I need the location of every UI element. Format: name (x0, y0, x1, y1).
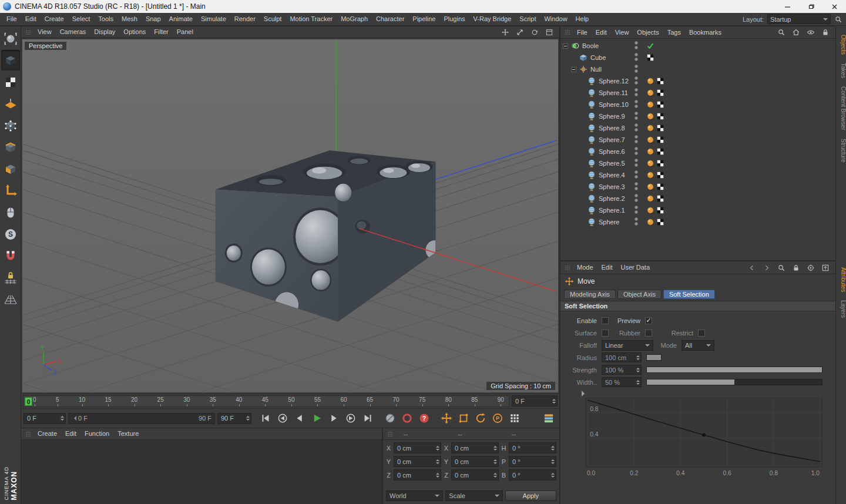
anim-record-position[interactable] (438, 411, 455, 426)
visibility-dots[interactable] (634, 159, 638, 167)
tab-modeling-axis[interactable]: Modeling Axis (564, 290, 616, 299)
spinner-arrows-icon[interactable] (634, 354, 640, 362)
spinner-arrows-icon[interactable] (491, 444, 497, 452)
anim-record-parameter[interactable]: P (489, 411, 506, 426)
anim-record-pla[interactable] (506, 411, 523, 426)
palette-snap-settings[interactable]: S (1, 224, 20, 244)
side-tab-attributes[interactable]: Attributes (836, 263, 846, 296)
preview-checkbox[interactable]: ✓ (645, 317, 652, 324)
enable-checkbox[interactable]: ✓ (602, 317, 609, 324)
panel-handle-icon[interactable] (564, 29, 571, 36)
material-menu-create[interactable]: Create (33, 428, 61, 439)
tab-object-axis[interactable]: Object Axis (617, 290, 662, 299)
palette-edges-mode[interactable] (1, 137, 20, 157)
menu-window[interactable]: Window (540, 13, 571, 25)
am-menu-user-data[interactable]: User Data (617, 262, 654, 273)
phong-tag[interactable] (646, 136, 654, 144)
material-menu-texture[interactable]: Texture (113, 428, 143, 439)
om-menu-tags[interactable]: Tags (663, 27, 685, 38)
object-row-sphere-9[interactable]: Sphere.9 (560, 110, 835, 122)
transport-next-frame[interactable] (325, 411, 342, 426)
object-row-sphere-10[interactable]: Sphere.10 (560, 99, 835, 110)
menu-pipeline[interactable]: Pipeline (408, 13, 439, 25)
am-detach[interactable] (819, 263, 832, 273)
texture-tag[interactable] (646, 53, 654, 62)
visibility-dots[interactable] (634, 135, 638, 143)
coordinate-space-select[interactable]: World (386, 490, 443, 501)
om-menu-edit[interactable]: Edit (592, 27, 611, 38)
expander-icon[interactable] (563, 43, 568, 49)
maximize-button[interactable] (799, 0, 822, 13)
menu-simulate[interactable]: Simulate (197, 13, 230, 25)
visibility-dots[interactable] (634, 182, 638, 190)
menu-select[interactable]: Select (68, 13, 95, 25)
falloff-curve[interactable]: 0.00.20.40.60.81.00.80.4 (585, 398, 822, 478)
coord-header-[interactable]: -- (395, 431, 449, 438)
visibility-dots[interactable] (634, 147, 638, 155)
om-menu-bookmarks[interactable]: Bookmarks (685, 27, 726, 38)
menu-render[interactable]: Render (230, 13, 260, 25)
side-tab-content-browser[interactable]: Content Browser (836, 82, 846, 134)
spinner-arrows-icon[interactable] (634, 378, 640, 387)
visibility-dots[interactable] (634, 65, 638, 73)
close-button[interactable] (822, 0, 846, 13)
visibility-dots[interactable] (634, 41, 638, 49)
om-menu-file[interactable]: File (573, 27, 592, 38)
material-menu-edit[interactable]: Edit (61, 428, 80, 439)
visibility-dots[interactable] (634, 76, 638, 85)
preview-range-slider[interactable]: 0 F 90 F (68, 413, 215, 424)
phong-tag[interactable] (646, 218, 654, 226)
texture-tag[interactable] (656, 89, 664, 97)
spinner-arrows-icon[interactable] (434, 458, 439, 466)
object-row-sphere-12[interactable]: Sphere.12 (560, 75, 835, 87)
palette-make-editable[interactable] (1, 28, 20, 49)
om-eye[interactable] (804, 27, 817, 38)
palette-points-mode[interactable] (1, 115, 20, 136)
phong-tag[interactable] (646, 206, 654, 214)
visibility-dots[interactable] (634, 217, 638, 226)
anim-record-scale[interactable] (455, 411, 472, 426)
menu-help[interactable]: Help (572, 13, 593, 25)
object-row-sphere-1[interactable]: Sphere.1 (560, 204, 835, 216)
palette-texture-mode[interactable] (1, 72, 20, 92)
phong-tag[interactable] (646, 89, 654, 97)
rubber-checkbox[interactable]: ✓ (645, 330, 652, 337)
material-list-area[interactable] (21, 440, 382, 504)
object-row-boole[interactable]: Boole (560, 40, 835, 52)
phong-tag[interactable] (646, 159, 654, 167)
falloff-select[interactable]: Linear (602, 340, 653, 351)
spinner-arrows-icon[interactable] (244, 414, 250, 422)
spinner-arrows-icon[interactable] (634, 366, 640, 374)
object-row-sphere[interactable]: Sphere (560, 216, 835, 228)
menu-character[interactable]: Character (372, 13, 408, 25)
texture-tag[interactable] (656, 77, 664, 85)
phong-tag[interactable] (646, 147, 654, 156)
viewport-pan-view[interactable] (499, 27, 512, 38)
viewport-menu-panel[interactable]: Panel (173, 26, 197, 38)
panel-handle-icon[interactable] (25, 431, 32, 438)
side-tab-structure[interactable]: Structure (836, 135, 846, 167)
viewport-menu-filter[interactable]: Filter (150, 26, 172, 38)
tab-soft-selection[interactable]: Soft Selection (663, 290, 715, 299)
restrict-checkbox[interactable]: ✓ (698, 330, 705, 337)
palette-snap-magnet[interactable] (1, 246, 20, 266)
viewport-canvas[interactable]: YXZ Perspective Grid Spacing : 10 cm (22, 39, 558, 392)
object-row-sphere-7[interactable]: Sphere.7 (560, 134, 835, 146)
spinner-arrows-icon[interactable] (491, 458, 497, 466)
object-row-sphere-8[interactable]: Sphere.8 (560, 122, 835, 134)
visibility-dots[interactable] (634, 112, 638, 120)
viewport-menu-cameras[interactable]: Cameras (56, 26, 90, 38)
menu-script[interactable]: Script (515, 13, 540, 25)
palette-workplane-lock[interactable] (1, 267, 20, 288)
spinner-arrows-icon[interactable] (491, 471, 497, 479)
strength-field[interactable]: 100 % (602, 365, 642, 375)
phong-tag[interactable] (646, 112, 654, 120)
phong-tag[interactable] (646, 183, 654, 191)
menu-mograph[interactable]: MoGraph (337, 13, 372, 25)
palette-axis-mode[interactable] (1, 180, 20, 201)
panel-handle-icon[interactable] (25, 29, 32, 36)
apply-button[interactable]: Apply (505, 490, 556, 501)
side-tab-layers[interactable]: Layers (836, 296, 846, 322)
viewport-menu-display[interactable]: Display (90, 26, 119, 38)
spinner-arrows-icon[interactable] (549, 458, 555, 466)
